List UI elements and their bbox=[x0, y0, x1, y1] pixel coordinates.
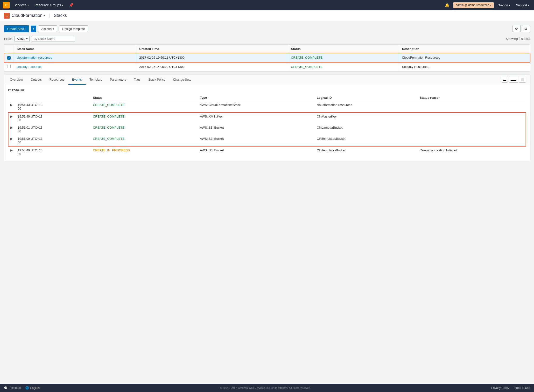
panel-view-icon-2[interactable]: ▬▬ bbox=[509, 77, 518, 83]
filter-chevron-icon: ▾ bbox=[26, 37, 28, 40]
create-stack-button[interactable]: Create Stack bbox=[4, 25, 29, 32]
design-template-button[interactable]: Design template bbox=[59, 25, 88, 32]
description-cell: Security Resources bbox=[399, 62, 530, 71]
created-time-cell: 2017-02-26 14:00:29 UTC+1300 bbox=[136, 62, 288, 71]
created-time-column-header: Created Time bbox=[136, 45, 288, 53]
event-statusreason-cell bbox=[418, 135, 526, 146]
filter-label: Filter: bbox=[4, 37, 13, 41]
event-row[interactable]: ▶ 19:51:43 UTC+1300 CREATE_COMPLETE AWS:… bbox=[8, 101, 526, 112]
event-expand-icon[interactable]: ▶ bbox=[10, 115, 14, 118]
event-expand-icon[interactable]: ▶ bbox=[10, 137, 14, 140]
events-status-column-header: Status bbox=[91, 94, 198, 101]
main-content: Create Stack ▾ Actions ▾ Design template… bbox=[0, 21, 534, 176]
page-title: Stacks bbox=[54, 13, 67, 18]
event-time-cell: 19:51:01 UTC+1300 bbox=[16, 124, 91, 135]
svg-text:⬡: ⬡ bbox=[6, 14, 8, 18]
events-type-column-header: Type bbox=[198, 94, 315, 101]
tab-stack-policy[interactable]: Stack Policy bbox=[144, 75, 169, 85]
event-expand-cell[interactable]: ▶ bbox=[8, 135, 16, 146]
actions-button[interactable]: Actions ▾ bbox=[38, 25, 57, 32]
services-chevron-icon: ▾ bbox=[28, 4, 29, 7]
event-status-cell: CREATE_COMPLETE bbox=[91, 101, 198, 112]
event-type-cell: AWS::CloudFormation::Stack bbox=[198, 101, 315, 112]
table-header-row: Stack Name Created Time Status Descripti… bbox=[4, 45, 530, 53]
stack-name-link[interactable]: cloudformation-resources bbox=[17, 56, 52, 59]
filter-active-button[interactable]: Active ▾ bbox=[14, 36, 29, 42]
event-time-cell: 19:51:40 UTC+1300 bbox=[16, 112, 91, 124]
select-all-column-header bbox=[4, 45, 14, 53]
row-checkbox-cell[interactable] bbox=[4, 53, 14, 62]
event-row[interactable]: ▶ 19:51:40 UTC+1300 CREATE_COMPLETE AWS:… bbox=[8, 112, 526, 124]
event-row[interactable]: ▶ 19:51:01 UTC+1300 CREATE_COMPLETE AWS:… bbox=[8, 124, 526, 135]
tab-template[interactable]: Template bbox=[86, 75, 106, 85]
row-checkbox[interactable] bbox=[7, 65, 11, 68]
event-logicalid-cell: CfnLambdaBucket bbox=[315, 124, 418, 135]
event-expand-cell[interactable]: ▶ bbox=[8, 112, 16, 124]
cloudformation-logo: ⬡ bbox=[4, 13, 10, 19]
sub-navigation: ⬡ CloudFormation ▾ | Stacks bbox=[0, 10, 534, 21]
created-time-cell: 2017-02-26 19:50:11 UTC+1300 bbox=[136, 53, 288, 62]
status-column-header: Status bbox=[288, 45, 399, 53]
app-name[interactable]: CloudFormation ▾ bbox=[12, 13, 45, 18]
user-menu-button[interactable]: admin @ demo-resources ▾ bbox=[453, 2, 494, 8]
support-menu-button[interactable]: Support ▾ bbox=[514, 2, 531, 8]
event-row[interactable]: ▶ 19:51:00 UTC+1300 CREATE_COMPLETE AWS:… bbox=[8, 135, 526, 146]
tab-change-sets[interactable]: Change Sets bbox=[169, 75, 195, 85]
row-checkbox-cell[interactable] bbox=[4, 62, 14, 71]
tab-events[interactable]: Events bbox=[68, 75, 86, 85]
event-logicalid-cell: CfnTemplatesBucket bbox=[315, 135, 418, 146]
tab-resources[interactable]: Resources bbox=[46, 75, 68, 85]
description-column-header: Description bbox=[399, 45, 530, 53]
aws-logo: ⬡ bbox=[3, 2, 10, 8]
row-checkbox[interactable] bbox=[7, 56, 11, 60]
events-expand-column-header bbox=[8, 94, 16, 101]
status-cell: UPDATE_COMPLETE bbox=[288, 62, 399, 71]
event-expand-cell[interactable]: ▶ bbox=[8, 124, 16, 135]
events-header-row: Status Type Logical ID Status reason bbox=[8, 94, 526, 101]
tab-parameters[interactable]: Parameters bbox=[106, 75, 130, 85]
event-type-cell: AWS::S3::Bucket bbox=[198, 124, 315, 135]
stack-name-column-header: Stack Name bbox=[14, 45, 136, 53]
event-expand-icon[interactable]: ▶ bbox=[10, 126, 14, 129]
tab-tags[interactable]: Tags bbox=[130, 75, 144, 85]
table-row[interactable]: security-resources 2017-02-26 14:00:29 U… bbox=[4, 62, 530, 71]
event-logicalid-cell: cloudformation-resources bbox=[315, 101, 418, 112]
detail-tabs: OverviewOutputsResourcesEventsTemplatePa… bbox=[4, 75, 530, 85]
stack-name-link[interactable]: security-resources bbox=[17, 65, 42, 69]
event-status-cell: CREATE_COMPLETE bbox=[91, 124, 198, 135]
stack-name-filter-input[interactable] bbox=[32, 36, 75, 42]
event-expand-cell[interactable]: ▶ bbox=[8, 146, 16, 158]
services-menu-button[interactable]: Services ▾ bbox=[12, 2, 31, 8]
bell-icon[interactable]: 🔔 bbox=[443, 2, 451, 8]
event-row[interactable]: ▶ 19:50:40 UTC+1300 CREATE_IN_PROGRESS A… bbox=[8, 146, 526, 158]
tab-overview[interactable]: Overview bbox=[6, 75, 27, 85]
events-table: Status Type Logical ID Status reason ▶ 1… bbox=[8, 94, 526, 158]
refresh-button[interactable]: ⟳ bbox=[513, 25, 521, 32]
event-type-cell: AWS::KMS::Key bbox=[198, 112, 315, 124]
panel-view-icon-1[interactable]: ▬ bbox=[502, 77, 508, 83]
support-chevron-icon: ▾ bbox=[528, 4, 529, 7]
region-menu-button[interactable]: Oregon ▾ bbox=[496, 2, 512, 8]
event-statusreason-cell bbox=[418, 101, 526, 112]
event-statusreason-cell: Resource creation Initiated bbox=[418, 146, 526, 158]
events-logicalid-column-header: Logical ID bbox=[315, 94, 418, 101]
app-chevron-icon: ▾ bbox=[43, 14, 45, 17]
events-date-label: 2017-02-26 bbox=[8, 88, 526, 92]
settings-button[interactable]: ⚙ bbox=[522, 25, 530, 32]
tab-outputs[interactable]: Outputs bbox=[27, 75, 46, 85]
event-status-cell: CREATE_COMPLETE bbox=[91, 135, 198, 146]
create-stack-caret-button[interactable]: ▾ bbox=[31, 26, 36, 32]
event-expand-icon[interactable]: ▶ bbox=[10, 103, 14, 107]
pin-icon[interactable]: 📌 bbox=[67, 2, 76, 8]
event-expand-cell[interactable]: ▶ bbox=[8, 101, 16, 112]
panel-view-icon-3[interactable]: ⬜ bbox=[519, 77, 526, 83]
top-navigation: ⬡ Services ▾ Resource Groups ▾ 📌 🔔 admin… bbox=[0, 0, 534, 10]
table-row[interactable]: cloudformation-resources 2017-02-26 19:5… bbox=[4, 53, 530, 62]
event-logicalid-cell: CfnMasterKey bbox=[315, 112, 418, 124]
events-content: 2017-02-26 Status Type Logical ID Status… bbox=[4, 85, 530, 161]
event-expand-icon[interactable]: ▶ bbox=[10, 148, 14, 152]
resource-groups-menu-button[interactable]: Resource Groups ▾ bbox=[33, 2, 65, 8]
stack-name-cell: security-resources bbox=[14, 62, 136, 71]
event-type-cell: AWS::S3::Bucket bbox=[198, 146, 315, 158]
region-chevron-icon: ▾ bbox=[509, 4, 510, 7]
